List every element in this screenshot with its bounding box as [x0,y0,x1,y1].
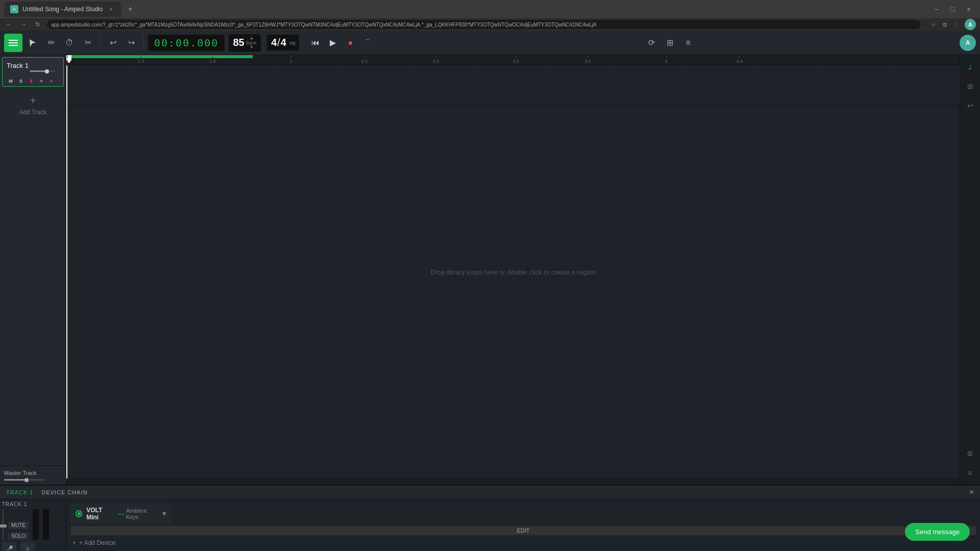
bpm-up-btn[interactable]: ▲ [250,36,254,40]
address-bar: ← → ↻ app.ampedstudio.com/?_gl=1*zkt20c*… [0,18,980,31]
volume-thumb [45,69,49,73]
track-solo-btn[interactable]: S [17,77,25,85]
ruler-tick: 2.9 [433,55,439,64]
add-icon: + [72,539,76,546]
track-mute-btn[interactable]: M [7,77,15,85]
vu-meter-2 [43,509,49,540]
tab-favicon: A [10,5,18,13]
bottom-panel-close-btn[interactable]: × [969,488,974,497]
loop-region-btn[interactable]: ⟳ [643,35,659,51]
time-sig-num[interactable]: 4 [271,37,277,48]
master-volume-slider[interactable] [4,479,45,481]
addr-icons: ☆ ⧉ ⋮ [929,20,961,29]
ruler-tick: 1 [66,55,69,64]
redo-btn[interactable]: ↪ [123,35,139,51]
bottom-panel-tabs: TRACK 1 DEVICE CHAIN [6,489,88,495]
record-btn[interactable]: ● [342,35,358,51]
track-content[interactable]: Drop library loops here or double click … [66,65,960,479]
minimize-btn[interactable]: − [929,2,943,16]
url-input[interactable]: app.ampedstudio.com/?_gl=1*zkt20c*_ga*MT… [47,20,921,29]
profile-btn[interactable]: A [965,19,976,30]
back-btn[interactable]: ← [4,19,14,30]
ruler-tick: 2.3 [361,55,368,64]
send-message-btn[interactable]: Send message [905,523,970,541]
device-item-1[interactable]: VOLT Mini ⌁⌁ Ambient Keys ▼ [70,504,173,524]
right-panel-note-btn[interactable]: ♩ [963,59,978,74]
active-tab[interactable]: A Untitled Song - Amped Studio × [4,2,121,17]
device-name: VOLT Mini [86,507,114,521]
select-tool-btn[interactable] [24,35,41,51]
track-rec-btn[interactable]: $ [27,77,35,85]
close-btn[interactable]: × [962,2,976,16]
mixer-fader[interactable] [2,509,4,540]
mute-solo-area: MUTE SOLO [8,521,29,540]
bpm-down-btn[interactable]: ▼ [250,45,254,49]
timeline-scrollbar[interactable] [66,479,960,485]
ruler-tick: 3.6 [584,55,591,64]
master-volume-fill [4,479,27,481]
skip-back-btn[interactable]: ⏮ [307,35,324,51]
add-track-btn[interactable]: + Add Track [0,89,66,122]
eq-btn[interactable]: ≡ [20,542,35,551]
ruler-tick: 1.3 [138,55,144,64]
user-avatar[interactable]: A [960,35,976,51]
bookmark-icon[interactable]: ☆ [929,20,938,29]
bpm-label: bpm [247,40,257,45]
play-btn[interactable]: ▶ [325,35,341,51]
add-device-label: + Add Device [79,539,115,546]
track-1-row[interactable] [66,65,960,106]
bpm-value[interactable]: 85 [233,37,244,48]
reload-btn[interactable]: ↻ [33,19,43,30]
settings-icon[interactable]: ⋮ [951,20,961,29]
timeline-ruler[interactable]: 1 1.3 1.4 2 2.3 2.9 3.2 3.6 4 4.4 [66,55,960,65]
track-1[interactable]: Track 1 M S $ ≡ ~ [2,57,64,87]
mute-btn[interactable]: MUTE [8,521,29,529]
track-list: Track 1 M S $ ≡ ~ + [0,55,66,485]
right-panel-list-btn[interactable]: ≡ [963,465,978,481]
add-track-label: Add Track [19,109,46,116]
time-sig-den[interactable]: 4 [281,37,286,48]
tab-close-btn[interactable]: × [107,5,115,13]
device-chain-section: VOLT Mini ⌁⌁ Ambient Keys ▼ EDIT + + Add… [66,499,980,551]
right-panel-eq-btn[interactable]: ⚙ [963,446,978,461]
extension-icon[interactable]: ⧉ [940,20,949,29]
fader-track [2,509,4,540]
user-profile: A [960,35,976,51]
loop-region [66,55,253,58]
track-1-header: Track 1 [3,58,63,76]
window-controls: − □ × [929,2,976,16]
device-edit-area: EDIT [70,526,976,535]
device-dropdown-btn[interactable]: ▼ [161,510,167,517]
ruler-tick: 4.4 [737,55,743,64]
track-eq-btn[interactable]: ≡ [37,77,45,85]
track-1-name: Track 1 [7,62,29,69]
track-tab[interactable]: TRACK 1 [6,489,33,495]
track-auto-btn[interactable]: ~ [47,77,56,85]
pencil-tool-btn[interactable]: ✏ [43,35,59,51]
right-panel-undo-btn[interactable]: ↩ [963,98,978,113]
menu-button[interactable] [4,34,22,52]
maximize-btn[interactable]: □ [945,2,960,16]
device-type-label: Ambient Keys [126,508,157,520]
clock-tool-btn[interactable]: ⏱ [61,35,78,51]
forward-btn[interactable]: → [18,19,29,30]
track-1-controls: M S $ ≡ ~ [3,76,63,86]
right-panel-grid-btn[interactable]: ⊞ [963,79,978,94]
loop-btn[interactable]: ⌒ [359,35,376,51]
drop-hint: Drop library loops here or double click … [430,268,595,276]
cut-tool-btn[interactable]: ✂ [80,35,96,51]
track-1-volume-slider[interactable] [30,70,55,72]
midi-btn[interactable]: ≡ [680,35,696,51]
bottom-panel-header: TRACK 1 DEVICE CHAIN × [0,486,980,499]
master-volume-thumb [24,478,29,482]
device-chain-tab[interactable]: DEVICE CHAIN [41,489,87,495]
mic-btn[interactable]: 🎤 [2,542,16,551]
quantize-btn[interactable]: ⊞ [662,35,678,51]
new-tab-btn[interactable]: + [123,2,137,16]
edit-device-btn[interactable]: EDIT [70,526,976,535]
undo-btn[interactable]: ↩ [105,35,121,51]
add-device-btn[interactable]: + + Add Device [70,537,976,548]
device-power-btn[interactable] [76,510,82,517]
solo-btn[interactable]: SOLO [8,532,29,540]
content-playhead [66,65,67,479]
